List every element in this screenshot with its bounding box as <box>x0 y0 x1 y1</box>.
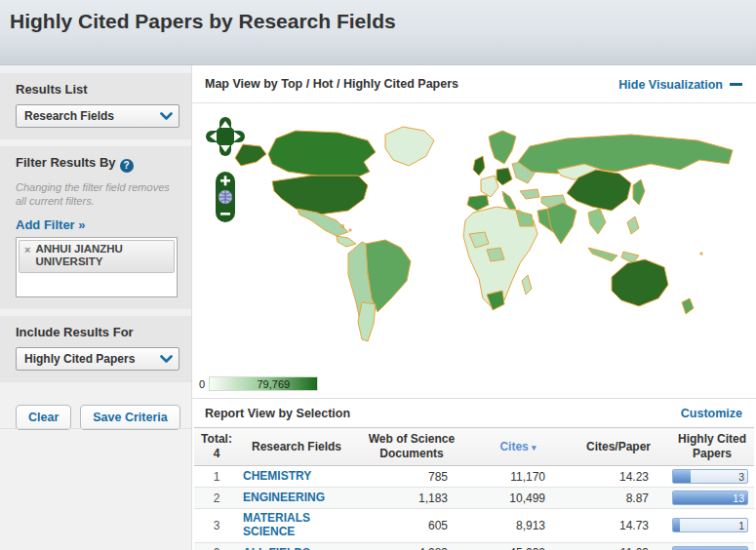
map-region-new-zealand[interactable] <box>682 298 694 314</box>
table-header-row: Total:4 Research Fields Web of Science D… <box>194 428 754 466</box>
choropleth-world-map[interactable] <box>194 107 740 366</box>
map-island-dot <box>349 229 351 231</box>
remove-filter-icon[interactable]: × <box>24 244 30 255</box>
column-header-documents[interactable]: Web of Science Documents <box>354 428 469 466</box>
map-region-canada[interactable] <box>268 131 376 179</box>
map-view-title: Map View by Top / Hot / Highly Cited Pap… <box>205 77 458 91</box>
results-list-section: Results List Research Fields <box>0 73 191 139</box>
save-criteria-button[interactable]: Save Criteria <box>80 405 179 430</box>
map-region-argentina[interactable] <box>358 302 376 341</box>
cites-per-paper-value: 11.03 <box>567 542 670 550</box>
map-region-brazil[interactable] <box>366 240 411 312</box>
cites-value: 45,032 <box>469 542 567 550</box>
chevron-down-icon <box>160 107 173 125</box>
map-region-philippines[interactable] <box>627 216 639 234</box>
collapse-minus-icon[interactable] <box>730 83 742 86</box>
map-region-australia[interactable] <box>612 259 668 306</box>
map-region-south-africa[interactable] <box>487 291 504 310</box>
sort-descending-icon: ▾ <box>532 443 537 452</box>
include-results-selected-value: Highly Cited Papers <box>24 352 135 366</box>
include-results-select[interactable]: Highly Cited Papers <box>16 347 179 371</box>
sidebar-divider <box>0 428 191 429</box>
table-row: 3 MATERIALS SCIENCE 605 8,913 14.73 1 <box>194 509 754 543</box>
table-row: 1 CHEMISTRY 785 11,170 14.23 3 <box>194 466 754 488</box>
bar-fill <box>673 519 680 531</box>
world-map-visualization[interactable]: 0 79,769 <box>192 102 756 398</box>
column-header-research-fields[interactable]: Research Fields <box>239 428 354 466</box>
legend-gradient-bar: 79,769 <box>209 376 318 391</box>
row-rank: 3 <box>194 509 239 543</box>
cites-value: 11,170 <box>469 466 567 488</box>
legend-min-value: 0 <box>199 378 205 390</box>
highly-cited-bar: 1 <box>672 518 748 532</box>
bar-fill <box>673 470 691 483</box>
highly-cited-value: 1 <box>738 520 744 531</box>
map-region-greenland[interactable] <box>385 127 434 166</box>
page-title: Highly Cited Papers by Research Fields <box>10 10 756 33</box>
help-icon[interactable]: ? <box>120 159 134 173</box>
map-region-turkey[interactable] <box>520 189 539 199</box>
highly-cited-bar: 13 <box>672 491 748 505</box>
field-link[interactable]: ENGINEERING <box>243 491 325 505</box>
map-region-japan[interactable] <box>633 179 645 205</box>
highly-cited-value: 13 <box>733 492 744 504</box>
map-region-germany[interactable] <box>497 168 512 185</box>
cites-per-paper-value: 14.73 <box>567 509 670 543</box>
highly-cited-bar: 38 <box>672 546 748 550</box>
map-region-indonesia[interactable] <box>588 248 617 261</box>
hide-visualization-link[interactable]: Hide Visualization <box>618 78 723 92</box>
map-region-uk[interactable] <box>473 156 485 176</box>
main-panel: Map View by Top / Hot / Highly Cited Pap… <box>192 65 756 550</box>
column-header-cites-per-paper[interactable]: Cites/Paper <box>567 428 670 466</box>
map-region-usa[interactable] <box>272 176 368 215</box>
map-region-indochina[interactable] <box>588 209 606 234</box>
map-region-france[interactable] <box>481 176 498 197</box>
table-row: 2 ENGINEERING 1,183 10,499 8.87 13 <box>194 488 754 509</box>
filter-label: Filter Results By? <box>16 155 181 173</box>
highly-cited-bar: 3 <box>672 469 748 484</box>
map-region-central-america[interactable] <box>337 236 356 247</box>
results-list-select[interactable]: Research Fields <box>16 104 179 128</box>
map-region-russia[interactable] <box>518 135 733 174</box>
include-results-label: Include Results For <box>16 325 181 339</box>
results-list-label: Results List <box>16 82 181 97</box>
sidebar: Results List Research Fields Filter Resu… <box>0 65 192 550</box>
report-view-header: Report View by Selection Customize <box>192 398 756 427</box>
map-region-madagascar[interactable] <box>522 275 532 295</box>
field-link[interactable]: CHEMISTRY <box>243 470 311 484</box>
filter-chip-label: ANHUI JIANZHU UNIVERSITY <box>35 243 170 270</box>
map-region-iberia[interactable] <box>467 195 489 211</box>
map-controls <box>206 115 249 228</box>
field-link[interactable]: MATERIALS SCIENCE <box>243 512 350 539</box>
column-header-highly-cited[interactable]: Highly Cited Papers <box>670 428 754 466</box>
app-window: Highly Cited Papers by Research Fields R… <box>0 0 756 550</box>
cites-value: 10,499 <box>469 488 567 509</box>
highly-cited-value: 3 <box>738 471 744 483</box>
column-header-cites-sorted[interactable]: Cites ▾ <box>469 428 567 466</box>
map-region-india[interactable] <box>547 203 577 244</box>
map-island-dot <box>700 253 702 255</box>
documents-value: 605 <box>354 509 469 543</box>
map-island-dot <box>341 225 344 228</box>
row-rank: 2 <box>194 488 239 509</box>
filter-section: Filter Results By? Changing the filter f… <box>0 146 191 309</box>
map-region-scandinavia[interactable] <box>489 131 516 164</box>
map-pan-control[interactable] <box>206 117 245 156</box>
chevron-down-icon <box>160 350 173 368</box>
map-legend: 0 79,769 <box>199 376 318 391</box>
map-zoom-control[interactable] <box>216 172 235 222</box>
filter-chip[interactable]: × ANHUI JIANZHU UNIVERSITY <box>19 240 175 274</box>
clear-button[interactable]: Clear <box>16 405 71 430</box>
report-table: Total:4 Research Fields Web of Science D… <box>194 427 754 550</box>
report-view-title: Report View by Selection <box>205 407 350 420</box>
table-row: 0 ALL FIELDS 4,083 45,032 11.03 38 <box>194 542 754 550</box>
legend-max-value: 79,769 <box>257 378 290 390</box>
customize-link[interactable]: Customize <box>681 407 742 420</box>
page-header: Highly Cited Papers by Research Fields <box>0 0 756 65</box>
filter-note: Changing the filter field removes all cu… <box>16 180 172 209</box>
sidebar-buttons: Clear Save Criteria <box>0 389 191 430</box>
cites-per-paper-value: 8.87 <box>567 488 670 509</box>
include-results-section: Include Results For Highly Cited Papers <box>0 316 191 382</box>
add-filter-link[interactable]: Add Filter » <box>16 217 86 232</box>
map-view-header: Map View by Top / Hot / Highly Cited Pap… <box>192 65 756 102</box>
